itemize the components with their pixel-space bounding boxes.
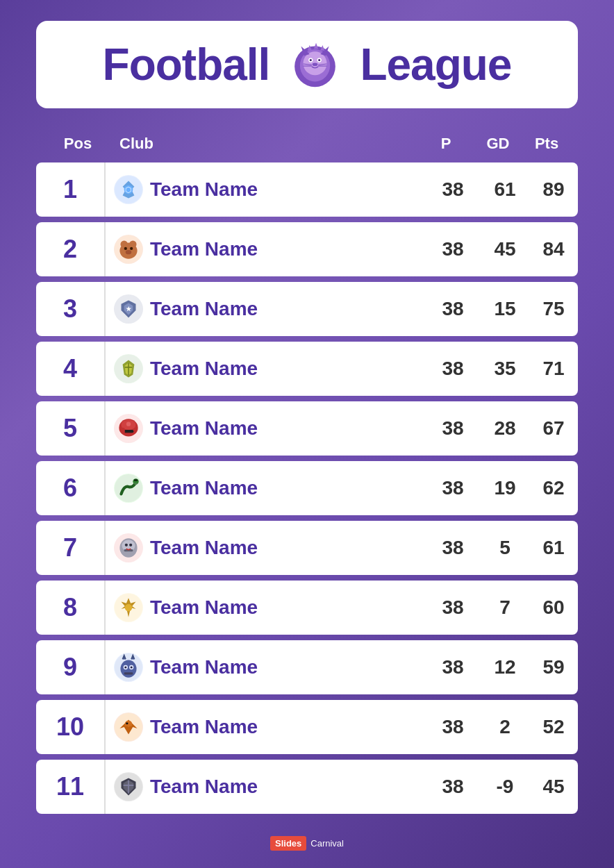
- stat-pts: 75: [529, 298, 578, 320]
- footer-suffix: Carnival: [310, 838, 344, 849]
- svg-point-52: [129, 544, 132, 546]
- stat-pts: 61: [529, 537, 578, 559]
- team-logo-icon: [114, 414, 143, 443]
- stat-played: 38: [425, 477, 481, 499]
- svg-point-42: [126, 422, 131, 426]
- svg-point-60: [124, 666, 126, 668]
- stat-gd: 28: [481, 417, 529, 440]
- svg-point-51: [125, 544, 128, 546]
- stat-gd: 12: [481, 656, 529, 678]
- club-cell: ★ Team Name: [106, 294, 425, 324]
- pos-cell: 2: [36, 222, 106, 276]
- svg-point-57: [120, 660, 136, 678]
- club-cell: Team Name: [106, 414, 425, 443]
- team-name: Team Name: [150, 178, 258, 201]
- stat-pts: 62: [529, 477, 578, 499]
- stat-pts: 59: [529, 656, 578, 678]
- svg-text:⬡: ⬡: [125, 185, 132, 194]
- svg-marker-15: [314, 42, 318, 49]
- svg-point-26: [130, 247, 133, 250]
- table-row: 11 Team Name 38 -9 45: [36, 760, 578, 814]
- table-row: 7 Team Name 38 5 61: [36, 521, 578, 575]
- team-name: Team Name: [150, 776, 258, 798]
- svg-point-9: [313, 62, 318, 66]
- stat-pts: 84: [529, 238, 578, 260]
- pos-cell: 9: [36, 640, 106, 694]
- league-table: Pos Club P GD Pts 1 ⬡ Team Name 38 61 89…: [36, 129, 578, 819]
- stat-pts: 89: [529, 178, 578, 201]
- pos-cell: 10: [36, 700, 106, 754]
- stat-gd: 35: [481, 358, 529, 380]
- table-row: 4 Team Name 38 35 71: [36, 342, 578, 396]
- stat-played: 38: [425, 358, 481, 380]
- table-row: 1 ⬡ Team Name 38 61 89: [36, 162, 578, 217]
- table-row: 5 Team Name 38 28 67: [36, 401, 578, 456]
- team-name: Team Name: [150, 298, 258, 320]
- team-name: Team Name: [150, 537, 258, 559]
- table-header: Pos Club P GD Pts: [36, 129, 578, 158]
- pos-cell: 11: [36, 760, 106, 814]
- svg-text:★: ★: [126, 305, 132, 312]
- team-logo-icon: [114, 474, 143, 503]
- stat-pts: 52: [529, 716, 578, 738]
- stat-played: 38: [425, 596, 481, 619]
- svg-point-46: [135, 479, 138, 481]
- club-cell: Team Name: [106, 354, 425, 383]
- svg-point-8: [318, 59, 320, 61]
- club-cell: ⬡ Team Name: [106, 175, 425, 204]
- team-name: Team Name: [150, 716, 258, 738]
- svg-point-25: [124, 247, 127, 250]
- svg-point-55: [125, 604, 133, 612]
- svg-rect-40: [124, 430, 134, 433]
- stat-played: 38: [425, 656, 481, 678]
- team-logo-icon: [114, 712, 143, 742]
- club-cell: Team Name: [106, 593, 425, 622]
- header-club: Club: [113, 135, 418, 153]
- team-logo-icon: ★: [114, 294, 143, 324]
- team-logo-icon: [114, 772, 143, 801]
- stat-gd: 2: [481, 716, 529, 738]
- svg-point-61: [131, 666, 133, 668]
- club-cell: Team Name: [106, 772, 425, 801]
- pos-cell: 8: [36, 581, 106, 635]
- team-name: Team Name: [150, 596, 258, 619]
- team-logo-icon: [114, 653, 143, 682]
- stat-gd: 61: [481, 178, 529, 201]
- table-row: 6 Team Name 38 19 62: [36, 461, 578, 515]
- stat-gd: 7: [481, 596, 529, 619]
- stat-pts: 71: [529, 358, 578, 380]
- team-name: Team Name: [150, 238, 258, 260]
- stat-played: 38: [425, 298, 481, 320]
- stat-pts: 67: [529, 417, 578, 440]
- stat-gd: 45: [481, 238, 529, 260]
- footer: Slides Carnival: [270, 836, 344, 851]
- stat-played: 38: [425, 178, 481, 201]
- stat-played: 38: [425, 238, 481, 260]
- team-name: Team Name: [150, 477, 258, 499]
- team-logo-icon: [114, 593, 143, 622]
- pos-cell: 5: [36, 401, 106, 456]
- lion-mascot-icon: [283, 33, 346, 96]
- stat-played: 38: [425, 776, 481, 798]
- stat-gd: 5: [481, 537, 529, 559]
- stat-pts: 45: [529, 776, 578, 798]
- club-cell: Team Name: [106, 712, 425, 742]
- stat-played: 38: [425, 716, 481, 738]
- svg-point-27: [126, 250, 131, 254]
- stat-pts: 60: [529, 596, 578, 619]
- pos-cell: 1: [36, 162, 106, 217]
- stat-played: 38: [425, 417, 481, 440]
- svg-rect-62: [124, 672, 133, 674]
- table-row: 2 Team Name 38 45 84: [36, 222, 578, 276]
- stat-gd: 15: [481, 298, 529, 320]
- team-logo-icon: [114, 235, 143, 264]
- club-cell: Team Name: [106, 474, 425, 503]
- club-cell: Team Name: [106, 653, 425, 682]
- header-pts: Pts: [522, 135, 571, 153]
- club-cell: Team Name: [106, 533, 425, 562]
- svg-point-7: [310, 59, 312, 61]
- title-left: Football: [103, 39, 270, 90]
- team-name: Team Name: [150, 656, 258, 678]
- title-right: League: [360, 39, 511, 90]
- stat-gd: -9: [481, 776, 529, 798]
